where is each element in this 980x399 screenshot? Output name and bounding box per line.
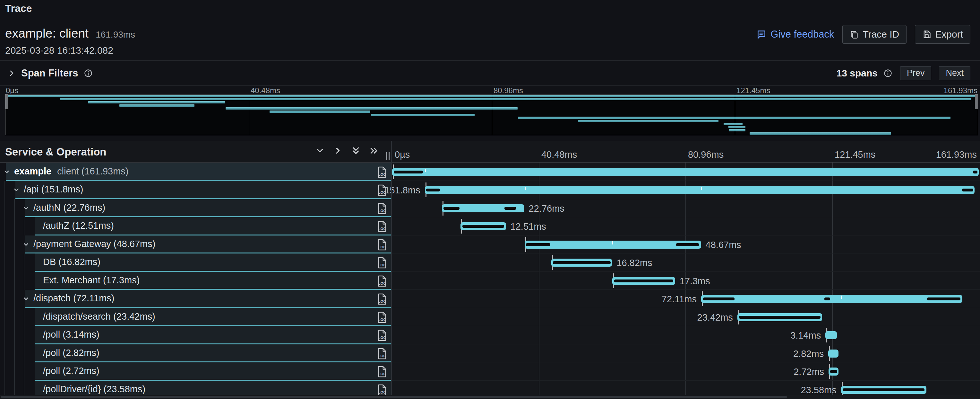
span-events-segment xyxy=(462,225,504,228)
indent-guide xyxy=(5,181,5,199)
span-timeline-cell[interactable] xyxy=(392,362,980,381)
span-bar[interactable] xyxy=(701,295,963,303)
span-timeline-cell[interactable] xyxy=(392,345,980,363)
chevron-down-icon[interactable] xyxy=(22,241,30,248)
span-bar[interactable] xyxy=(825,331,837,339)
log-icon[interactable]: LOG xyxy=(377,348,388,359)
log-icon[interactable]: LOG xyxy=(377,239,388,251)
child-span-tick xyxy=(425,169,426,172)
chevron-down-icon[interactable] xyxy=(22,205,30,212)
span-row[interactable]: /dispatch/search (23.42ms)LOG23.42ms xyxy=(0,308,980,326)
span-name-cell[interactable]: /poll (2.72ms) xyxy=(35,362,391,381)
span-row[interactable]: /poll (3.14ms)LOG3.14ms xyxy=(0,326,980,345)
span-label: /authZ (12.51ms) xyxy=(43,220,114,231)
log-icon[interactable]: LOG xyxy=(377,257,388,268)
span-row[interactable]: /dispatch (72.11ms)LOG72.11ms xyxy=(0,290,980,308)
span-bar[interactable] xyxy=(425,186,975,194)
log-icon[interactable]: LOG xyxy=(377,330,388,341)
timeline-axis-label: 40.48ms xyxy=(541,149,577,160)
span-events-segment xyxy=(426,188,440,192)
span-row[interactable]: exampleclient (161.93ms)LOG xyxy=(0,163,980,181)
span-bar[interactable] xyxy=(828,350,838,358)
chevron-right-icon xyxy=(8,69,15,77)
chevron-down-icon[interactable] xyxy=(22,295,30,302)
span-row[interactable]: /payment Gateway (48.67ms)LOG48.67ms xyxy=(0,236,980,254)
give-feedback-link[interactable]: Give feedback xyxy=(756,29,834,40)
timeline-axis-label: 121.45ms xyxy=(835,149,875,160)
indent-guide xyxy=(5,199,5,217)
minimap-span-bar xyxy=(518,117,950,119)
log-icon[interactable]: LOG xyxy=(377,384,388,396)
span-events-segment xyxy=(843,388,924,391)
span-row[interactable]: /api (151.8ms)LOG151.8ms xyxy=(0,181,980,199)
indent-guide xyxy=(24,272,24,290)
export-button[interactable]: Export xyxy=(915,25,970,44)
log-icon[interactable]: LOG xyxy=(377,275,388,287)
scrollbar-thumb[interactable] xyxy=(1,396,787,398)
header-actions: Give feedback Trace ID Export xyxy=(756,25,970,44)
log-icon[interactable]: LOG xyxy=(377,366,388,377)
span-row[interactable]: DB (16.82ms)LOG16.82ms xyxy=(0,254,980,272)
span-timeline-cell[interactable] xyxy=(392,308,980,326)
span-label: /payment Gateway (48.67ms) xyxy=(33,239,155,249)
minimap-right-handle[interactable] xyxy=(975,94,978,109)
log-icon[interactable]: LOG xyxy=(377,166,388,178)
span-duration-label: 23.42ms xyxy=(697,312,733,323)
span-name-cell[interactable]: /poll (2.82ms) xyxy=(35,345,391,363)
minimap-span-bar xyxy=(119,104,194,107)
span-name-cell[interactable]: /dispatch (72.11ms) xyxy=(25,290,391,308)
span-label: /poll (3.14ms) xyxy=(43,329,99,340)
trace-id-button[interactable]: Trace ID xyxy=(842,25,907,44)
svg-text:LOG: LOG xyxy=(378,354,386,358)
panel-divider[interactable] xyxy=(391,141,392,395)
log-icon[interactable]: LOG xyxy=(377,221,388,232)
span-nav-controls: 13 spans Prev Next xyxy=(837,61,970,85)
prev-span-button[interactable]: Prev xyxy=(900,66,932,80)
span-name-cell[interactable]: DB (16.82ms) xyxy=(35,254,391,272)
span-row[interactable]: /poll (2.82ms)LOG2.82ms xyxy=(0,345,980,363)
span-row[interactable]: /poll (2.72ms)LOG2.72ms xyxy=(0,362,980,381)
span-name-cell[interactable]: /api (151.8ms) xyxy=(15,181,391,199)
next-span-button[interactable]: Next xyxy=(939,66,970,80)
save-icon xyxy=(922,30,931,39)
svg-text:LOG: LOG xyxy=(378,172,386,176)
info-icon[interactable] xyxy=(883,69,892,78)
chevron-down-icon[interactable] xyxy=(13,186,20,193)
info-icon[interactable] xyxy=(84,69,93,78)
span-duration-label: 3.14ms xyxy=(791,330,821,341)
span-row[interactable]: Ext. Merchant (17.3ms)LOG17.3ms xyxy=(0,272,980,290)
span-name-cell[interactable]: /authN (22.76ms) xyxy=(25,199,391,217)
span-timeline-cell[interactable] xyxy=(392,254,980,272)
span-timeline-cell[interactable] xyxy=(392,326,980,345)
chevron-down-icon[interactable] xyxy=(3,168,10,176)
span-events-segment xyxy=(504,207,516,210)
span-duration-label: 2.82ms xyxy=(793,349,824,359)
log-icon[interactable]: LOG xyxy=(377,293,388,305)
indent-guide xyxy=(5,217,5,236)
span-row[interactable]: /authN (22.76ms)LOG22.76ms xyxy=(0,199,980,217)
span-name-cell[interactable]: Ext. Merchant (17.3ms) xyxy=(35,272,391,290)
span-name-cell[interactable]: /payment Gateway (48.67ms) xyxy=(25,236,391,254)
indent-guide xyxy=(5,236,5,254)
span-name-cell[interactable]: /authZ (12.51ms) xyxy=(35,217,391,236)
indent-guide xyxy=(24,345,24,363)
operation-name: client (161.93ms) xyxy=(57,166,128,176)
span-bar[interactable] xyxy=(392,168,979,176)
span-name-cell[interactable]: /dispatch/search (23.42ms) xyxy=(35,308,391,326)
log-icon[interactable]: LOG xyxy=(377,203,388,214)
span-filters-toggle[interactable]: Span Filters xyxy=(8,61,93,85)
spans-count: 13 spans xyxy=(837,68,878,79)
log-icon[interactable]: LOG xyxy=(377,311,388,323)
minimap-left-handle[interactable] xyxy=(5,94,8,109)
svg-text:LOG: LOG xyxy=(378,245,386,249)
span-name-cell[interactable]: exampleclient (161.93ms) xyxy=(6,163,391,181)
horizontal-scrollbar[interactable] xyxy=(0,395,980,399)
span-row[interactable]: /authZ (12.51ms)LOG12.51ms xyxy=(0,217,980,236)
trace-minimap[interactable] xyxy=(5,94,978,135)
span-label: /dispatch/search (23.42ms) xyxy=(43,311,155,322)
svg-text:LOG: LOG xyxy=(378,227,386,231)
indent-guide xyxy=(14,217,15,236)
span-name-cell[interactable]: /poll (3.14ms) xyxy=(35,326,391,345)
span-events-segment xyxy=(824,297,830,300)
indent-guide xyxy=(5,308,5,326)
